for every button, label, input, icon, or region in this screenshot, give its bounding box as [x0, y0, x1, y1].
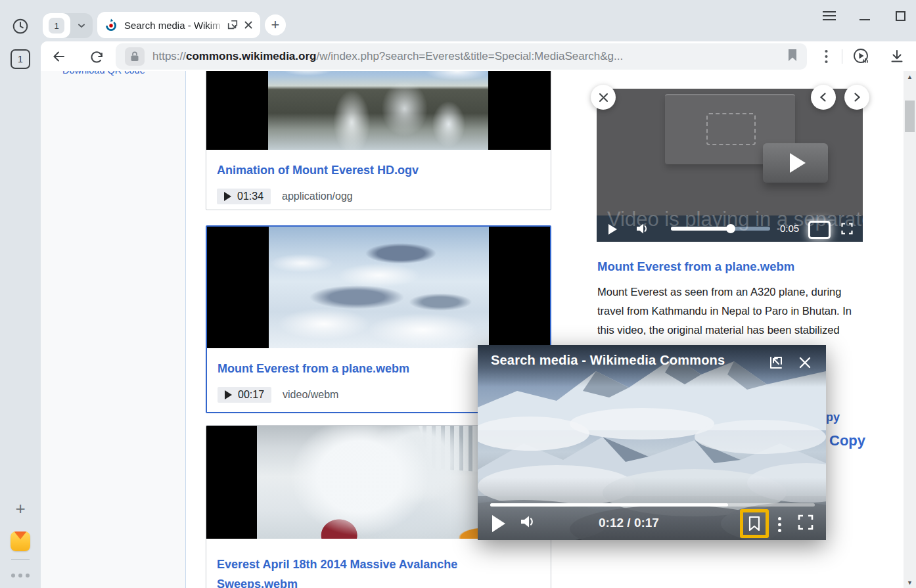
sidebar-link-download-qr[interactable]: Download QR code [62, 71, 145, 76]
yandex-mail-button[interactable] [0, 527, 41, 556]
media-player-icon[interactable] [850, 45, 872, 68]
seek-bar[interactable] [671, 227, 770, 231]
mail-icon [11, 531, 30, 551]
scrollbar-down-arrow[interactable]: ▼ [904, 577, 916, 588]
picture-in-picture-button[interactable] [808, 221, 831, 239]
previous-result-button[interactable] [811, 85, 836, 110]
browser-menu-icon[interactable] [821, 8, 837, 24]
dashed-region-icon [706, 113, 756, 145]
video-thumbnail[interactable] [207, 227, 550, 348]
bookmark-icon [748, 516, 761, 531]
url-host: commons.wikimedia.org [186, 50, 316, 62]
pip-fullscreen-icon[interactable] [798, 514, 813, 533]
duration-badge: 01:34 [217, 189, 271, 204]
sidebar-more-button[interactable] [0, 561, 41, 588]
back-to-tab-icon[interactable] [767, 353, 785, 372]
sidebar-tab-counter[interactable]: 1 [0, 45, 41, 74]
quickview-video-player[interactable]: Video is playing in a separate window -0… [597, 89, 863, 242]
pip-window-title: Search media - Wikimedia Commons [491, 353, 725, 368]
next-result-button[interactable] [844, 85, 869, 110]
result-title[interactable]: Everest April 18th 2014 Massive Avalanch… [217, 554, 540, 588]
seek-progress [671, 227, 731, 231]
pip-title-bar[interactable]: Search media - Wikimedia Commons [478, 345, 826, 387]
tab-strip: 1 Search media - Wikim + [41, 0, 916, 39]
quickview-close-button[interactable] [591, 85, 616, 110]
window-controls [758, 0, 916, 30]
minimize-icon[interactable] [857, 8, 873, 24]
pip-time-label: 0:12 / 0:17 [576, 516, 681, 530]
mime-type-label: application/ogg [282, 191, 353, 202]
sidebar-tab-count-label: 1 [11, 49, 30, 69]
duration-badge: 00:17 [218, 387, 271, 403]
duration-label: 00:17 [238, 389, 264, 401]
browser-side-strip: 1 + [0, 0, 41, 588]
pip-play-icon[interactable] [492, 515, 505, 532]
mime-type-label: video/webm [283, 389, 338, 401]
placeholder-play-button [763, 143, 828, 183]
tab-group-count: 1 [49, 18, 64, 34]
pip-close-icon[interactable] [796, 353, 814, 372]
pip-kebab-menu-icon[interactable] [775, 515, 784, 533]
ellipsis-icon [11, 574, 30, 577]
scrollbar-thumb[interactable] [905, 101, 915, 132]
history-clock-icon[interactable] [0, 12, 41, 41]
maximize-icon[interactable] [892, 8, 908, 24]
sidebar-divider [11, 559, 30, 560]
tab-title: Search media - Wikim [124, 20, 227, 31]
play-icon [224, 192, 231, 201]
url-text: https://commons.wikimedia.org/w/index.ph… [152, 50, 782, 63]
toolbar-separator [842, 49, 842, 64]
pip-seek-bar[interactable] [490, 503, 815, 507]
everest-summit-thumbnail-image [268, 71, 488, 150]
copy-link[interactable]: Copy [829, 432, 865, 449]
url-protocol: https:// [152, 50, 186, 62]
play-icon[interactable] [608, 224, 617, 235]
bookmark-flag-icon[interactable] [787, 49, 798, 64]
wikimedia-commons-favicon [104, 18, 118, 32]
tab-group-chip[interactable]: 1 [43, 13, 93, 38]
reload-button[interactable] [85, 45, 108, 68]
browser-window: 1 + 1 Search media - Wikim [0, 0, 916, 588]
ssl-lock-icon[interactable] [125, 47, 145, 66]
address-bar[interactable]: https://commons.wikimedia.org/w/index.ph… [116, 43, 807, 70]
pip-bookmark-highlight-box[interactable] [740, 509, 769, 538]
new-tab-button[interactable]: + [265, 14, 286, 35]
tab-group-dropdown[interactable] [70, 13, 93, 38]
navigation-toolbar: https://commons.wikimedia.org/w/index.ph… [41, 41, 916, 71]
downloads-icon[interactable] [886, 45, 908, 68]
sidebar-add-button[interactable]: + [0, 494, 41, 523]
pip-volume-icon[interactable] [518, 513, 536, 533]
video-thumbnail[interactable] [206, 71, 551, 150]
back-button[interactable] [48, 45, 70, 68]
everest-aerial-thumbnail-image [269, 227, 489, 348]
url-path: /w/index.php?search=Everest&title=Specia… [316, 50, 623, 62]
result-meta: 01:34 application/ogg [217, 189, 540, 204]
tab-close-icon[interactable] [243, 20, 254, 30]
scrollbar-up-arrow[interactable]: ▲ [904, 71, 916, 82]
quickview-file-title[interactable]: Mount Everest from a plane.webm [597, 260, 794, 274]
player-control-bar: -0:05 [597, 215, 863, 242]
toolbar-kebab-menu-icon[interactable] [815, 45, 837, 68]
volume-icon[interactable] [635, 221, 649, 238]
result-title[interactable]: Animation of Mount Everest HD.ogv [217, 160, 540, 180]
pip-window[interactable]: Search media - Wikimedia Commons 0:12 / … [478, 345, 826, 540]
time-remaining-label: -0:05 [769, 223, 806, 234]
tab-search-media[interactable]: Search media - Wikim [97, 12, 260, 38]
seek-thumb[interactable] [726, 224, 735, 233]
result-card-animation-everest[interactable]: Animation of Mount Everest HD.ogv 01:34 … [206, 71, 551, 210]
play-icon [225, 390, 232, 399]
fullscreen-icon[interactable] [841, 223, 853, 237]
wiki-sidebar: Download QR code [41, 71, 186, 588]
duration-label: 01:34 [237, 191, 263, 202]
pip-seek-progress [490, 503, 728, 507]
page-scrollbar[interactable]: ▲ ▼ [904, 71, 916, 588]
tab-pip-indicator-icon [227, 19, 239, 31]
